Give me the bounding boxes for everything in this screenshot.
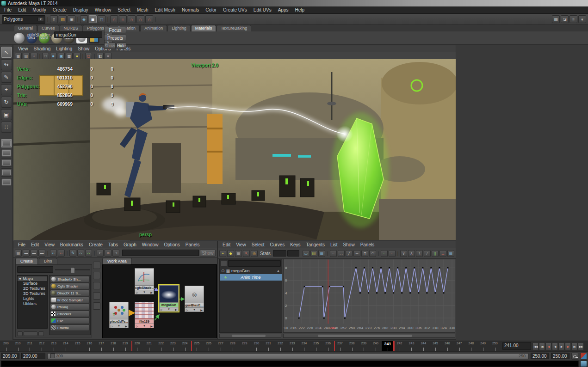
timeline-frame[interactable]: 237 <box>334 341 346 352</box>
graph-editor-menu-item[interactable]: Panels <box>358 242 378 247</box>
layout-split-tabs-icon[interactable]: ▬ <box>38 250 45 257</box>
menu-item[interactable]: Select <box>114 7 134 13</box>
tool-settings-icon[interactable]: ∗ <box>578 15 586 23</box>
shelf-tab[interactable]: TextureBaking <box>217 25 251 31</box>
show-button[interactable]: Show <box>104 43 116 49</box>
separator[interactable]: | <box>396 250 399 257</box>
timeline-frame[interactable]: 245 <box>429 341 441 352</box>
menu-item[interactable]: Apps <box>275 7 292 13</box>
menu-set-selector[interactable]: Polygons ▼ <box>2 15 45 24</box>
menu-item[interactable]: Create <box>50 7 70 13</box>
menu-item[interactable]: Edit Mesh <box>151 7 178 13</box>
layout-bottom-tabs-icon[interactable]: ▬ <box>31 250 37 257</box>
range-slider-bar[interactable]: 209 250 <box>47 353 529 359</box>
graph-editor-menu-item[interactable]: Tangents <box>303 242 328 247</box>
scroll-up-icon[interactable]: ▲ <box>276 269 280 273</box>
range-checkbox[interactable] <box>50 354 55 358</box>
snap-projected-center-icon[interactable]: ∩ <box>136 15 144 23</box>
timeline-frame[interactable]: 228 <box>227 341 239 352</box>
graph-editor-menu-item[interactable]: Curves <box>267 242 288 247</box>
shelf-tab[interactable]: Lighting <box>167 25 191 31</box>
lock-tangent-weight-icon[interactable]: ∕ <box>424 250 431 257</box>
timeline-frame[interactable]: 249 <box>477 341 489 352</box>
separator[interactable]: | <box>377 250 380 257</box>
hypershade-menu-item[interactable]: Graph <box>121 242 139 247</box>
snap-grid-icon[interactable]: ∩ <box>110 15 118 23</box>
node-controls[interactable]: ▷▼▶ <box>109 324 129 328</box>
current-time-field[interactable]: 241.00 <box>502 342 531 350</box>
timeline-frame[interactable]: 229 <box>239 341 251 352</box>
separator[interactable]: | <box>66 250 68 257</box>
timeline-frame[interactable]: 244 <box>417 341 429 352</box>
timeline-frame[interactable]: 220 <box>131 341 143 352</box>
step-back-key-button[interactable]: |◀ <box>539 343 545 350</box>
linear-tangent-icon[interactable]: ╱ <box>346 250 353 257</box>
snap-curve-icon[interactable]: ∩ <box>119 15 127 23</box>
layout-persp-outliner-button[interactable] <box>1 159 12 167</box>
node-cgfxshader-animtime[interactable]: cgfxShade... ▷▼▶ <box>135 268 154 294</box>
hypershade-menu-item[interactable]: Create <box>86 242 105 247</box>
timeline-frame[interactable]: 243 <box>406 341 418 352</box>
timeline-frame[interactable]: 231 <box>262 341 274 352</box>
menu-item[interactable]: File <box>1 7 15 13</box>
work-area-canvas[interactable]: cgfxShade... ▷▼▶ megaGun ▷▼▶ ◎ gunBlast1… <box>102 264 217 338</box>
swap-buffer-curve-icon[interactable]: ≈ <box>389 250 396 257</box>
value-snap-icon[interactable]: ⊥ <box>439 250 446 257</box>
create-node-button[interactable]: Checker <box>50 311 90 317</box>
snapshot-icon[interactable]: ▦ <box>318 250 325 257</box>
pager-right-icon[interactable] <box>38 331 44 336</box>
clipboard-icon[interactable]: ▤ <box>310 250 317 257</box>
separator[interactable]: | <box>46 250 49 257</box>
unify-tangents-icon[interactable]: ∧ <box>408 250 415 257</box>
insert-keys-icon[interactable]: ◆ <box>227 250 234 257</box>
menu-item[interactable]: Color <box>202 7 220 13</box>
time-snap-icon[interactable]: ∥ <box>432 250 439 257</box>
timeline-frame[interactable]: 248 <box>465 341 477 352</box>
timeline-frame[interactable]: 232 <box>274 341 286 352</box>
tree-item[interactable]: Surface <box>18 281 47 286</box>
node-controls[interactable]: ▷▼▶ <box>185 308 204 312</box>
step-tangent-icon[interactable]: ⊓ <box>361 250 368 257</box>
timeline-frame[interactable]: 223 <box>167 341 179 352</box>
node-place2dtexture[interactable]: T place2dTe... ▷▼▶ <box>109 302 129 328</box>
go-to-end-button[interactable]: ▶▶| <box>578 343 584 350</box>
buffer-curve-snapshot-icon[interactable]: ≈ <box>381 250 388 257</box>
timeline-frame[interactable]: 211 <box>24 341 36 352</box>
shelf-tab[interactable]: Animation <box>140 25 167 31</box>
tree-item[interactable]: 3D Textures <box>18 291 47 296</box>
separator[interactable]: | <box>93 250 96 257</box>
outliner-channel-row[interactable]: ∿ Anim Time <box>220 274 282 281</box>
lasso-tool-icon[interactable]: ↬ <box>1 59 12 70</box>
auto-keyframe-icon[interactable] <box>571 353 578 360</box>
stopwatch-icon[interactable]: ◎ <box>251 250 258 257</box>
timeline-frame[interactable]: 226 <box>203 341 215 352</box>
timeline-frame[interactable]: 227 <box>215 341 227 352</box>
node-name-field[interactable]: megaGun <box>54 31 102 38</box>
timeline-frame[interactable]: 241 <box>382 341 394 352</box>
timeline-frame[interactable]: 230 <box>250 341 262 352</box>
hypershade-menu-item[interactable]: Tabs <box>105 242 121 247</box>
select-component-icon[interactable]: ◻ <box>98 15 105 23</box>
timeline-frame[interactable]: 240 <box>370 341 382 352</box>
hypershade-menu-item[interactable]: Options <box>161 242 182 247</box>
command-line-input[interactable] <box>1 361 579 367</box>
tree-item[interactable]: 2D Textures <box>18 286 47 291</box>
pager-track[interactable] <box>24 331 37 336</box>
timeline-frame[interactable]: 234 <box>298 341 310 352</box>
slider-handle[interactable] <box>71 267 75 273</box>
tree-root[interactable]: ▼ Maya <box>18 276 47 281</box>
pager-left-icon[interactable] <box>17 331 23 336</box>
tree-item[interactable]: Lights <box>18 296 47 301</box>
menu-item[interactable]: Help <box>291 7 308 13</box>
disconnect-icon[interactable]: ∴ <box>85 250 92 257</box>
layout-four-pane-button[interactable] <box>1 149 12 157</box>
spline-tangent-icon[interactable]: ≈ <box>330 250 337 257</box>
soft-mod-tool-icon[interactable]: ∷ <box>1 122 12 133</box>
timeline-frame[interactable]: 247 <box>453 341 465 352</box>
region-select-icon[interactable]: ↖ <box>243 250 250 257</box>
output-connections-icon[interactable]: ⊃ <box>112 250 119 257</box>
stats-value-input[interactable] <box>287 250 300 257</box>
playback-end-field[interactable]: 250.00 <box>531 353 549 359</box>
hypershade-filter-input[interactable] <box>122 250 199 256</box>
timeline-frame[interactable]: 213 <box>48 341 60 352</box>
